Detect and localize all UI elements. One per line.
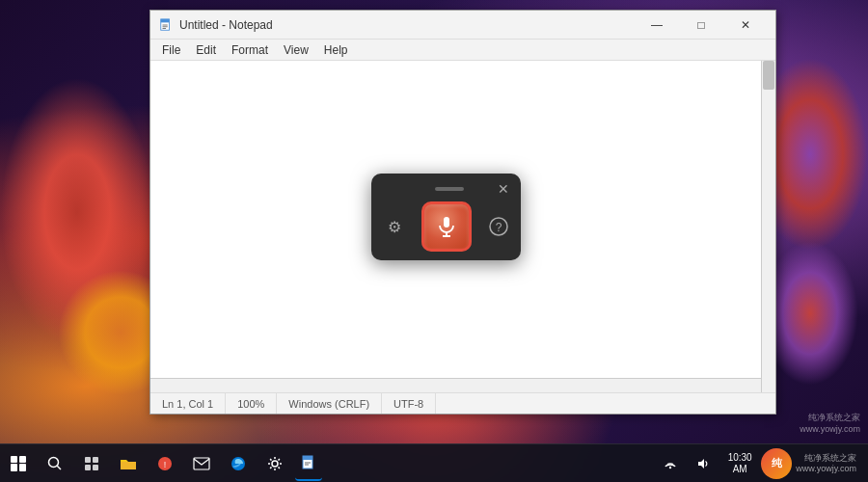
svg-marker-25: [698, 459, 704, 469]
voice-drag-handle[interactable]: [435, 187, 464, 191]
voice-mic-button[interactable]: [421, 201, 472, 252]
taskbar-clock[interactable]: 10:30 AM: [720, 446, 759, 481]
edge-icon: [230, 455, 247, 472]
taskbar-volume-icon[interactable]: [688, 446, 719, 481]
encoding: UTF-8: [382, 393, 436, 414]
svg-rect-1: [161, 18, 170, 22]
status-bar: Ln 1, Col 1 100% Windows (CRLF) UTF-8: [150, 392, 775, 414]
svg-text:?: ?: [495, 221, 502, 234]
taskbar-right-area: 10:30 AM 纯 纯净系统之家 www.yowjy.com: [655, 446, 868, 481]
svg-rect-18: [194, 458, 209, 469]
brand-text: 纯净系统之家 www.yowjy.com: [796, 453, 860, 474]
voice-settings-button[interactable]: ⚙: [381, 213, 408, 240]
title-bar: Untitled - Notepad — □ ✕: [150, 11, 775, 40]
volume-icon: [696, 457, 710, 470]
svg-rect-5: [444, 217, 449, 228]
line-ending: Windows (CRLF): [277, 393, 382, 414]
svg-rect-12: [85, 457, 91, 463]
maximize-button[interactable]: □: [679, 11, 723, 40]
svg-rect-14: [85, 465, 91, 470]
folder-icon: [120, 456, 137, 471]
menu-edit[interactable]: Edit: [188, 41, 224, 59]
zoom-level: 100%: [226, 393, 277, 414]
microphone-icon: [435, 215, 458, 238]
gear-icon: [267, 456, 283, 471]
svg-line-11: [57, 466, 61, 469]
cursor-position: Ln 1, Col 1: [150, 393, 226, 414]
taskbar-store-button[interactable]: !: [148, 446, 182, 481]
taskbar-search-button[interactable]: [38, 446, 72, 481]
notepad-app-icon: [158, 17, 174, 33]
taskbar-mail-button[interactable]: [184, 446, 219, 481]
blob-decoration-4: [762, 241, 858, 386]
svg-text:!: !: [164, 459, 167, 469]
window-title: Untitled - Notepad: [179, 18, 629, 32]
taskbar-explorer-button[interactable]: [111, 446, 146, 481]
svg-rect-15: [93, 465, 98, 470]
minimize-button[interactable]: —: [635, 11, 679, 40]
windows-logo-icon: [11, 456, 26, 471]
taskbar-start-button[interactable]: [1, 446, 36, 481]
svg-point-19: [272, 461, 278, 467]
menu-file[interactable]: File: [154, 41, 188, 59]
horizontal-scrollbar[interactable]: [150, 378, 761, 392]
taskview-icon: [84, 456, 99, 471]
scrollbar-thumb-vertical: [763, 61, 774, 90]
window-controls: — □ ✕: [635, 11, 768, 40]
search-icon: [47, 456, 63, 471]
voice-controls: ⚙ ?: [381, 201, 512, 252]
menu-format[interactable]: Format: [224, 41, 276, 59]
network-icon: [664, 457, 677, 470]
svg-rect-21: [303, 456, 312, 460]
menu-view[interactable]: View: [276, 41, 316, 59]
taskbar-settings-button[interactable]: [258, 446, 292, 481]
voice-help-button[interactable]: ?: [485, 213, 512, 240]
mail-icon: [193, 457, 210, 470]
voice-widget: ✕ ⚙ ?: [371, 174, 521, 260]
taskbar-taskview-button[interactable]: [74, 446, 109, 481]
watermark: 纯净系统之家 www.yowjy.com: [800, 412, 860, 436]
notepad-taskbar-icon: [301, 455, 316, 470]
help-circle-icon: ?: [489, 217, 508, 236]
brand-logo: 纯: [761, 448, 792, 479]
store-icon: !: [157, 456, 173, 471]
taskbar: !: [0, 443, 868, 482]
taskbar-notepad-button[interactable]: [295, 446, 322, 481]
taskbar-network-icon[interactable]: [655, 446, 686, 481]
svg-rect-13: [93, 457, 98, 463]
voice-widget-close-button[interactable]: ✕: [498, 182, 509, 196]
svg-point-24: [669, 466, 671, 468]
menu-bar: File Edit Format View Help: [150, 40, 775, 61]
taskbar-brand-area: 纯 纯净系统之家 www.yowjy.com: [761, 448, 860, 479]
close-button[interactable]: ✕: [723, 11, 768, 40]
menu-help[interactable]: Help: [316, 41, 356, 59]
vertical-scrollbar[interactable]: [761, 61, 775, 392]
voice-widget-header: ✕: [379, 182, 513, 196]
taskbar-edge-button[interactable]: [221, 446, 256, 481]
